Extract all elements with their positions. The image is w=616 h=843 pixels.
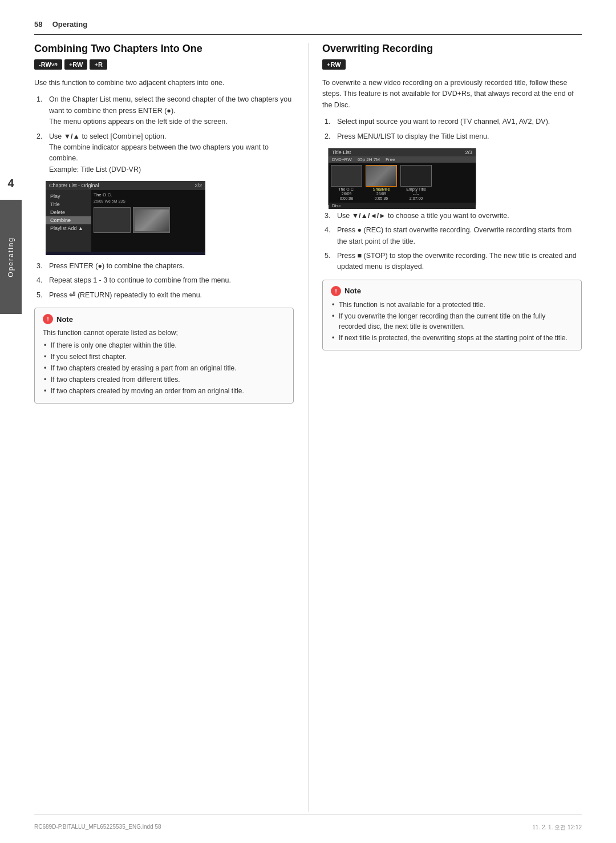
chapter-menu: Play Title Delete Combine Playlist Add ▲ [46,190,91,252]
bullet-4: If two chapters created from different t… [43,374,285,385]
right-step-4: 4. Press ● (REC) to start overwrite reco… [322,225,582,247]
right-bullet-2: If you overwrite the longer recording th… [331,311,573,332]
chapter-content: The O.C. 26/09 We 5M 23S [91,190,205,252]
right-badge-row: +RW [322,59,582,70]
right-column: Overwriting Recording +RW To overwrite a… [317,43,582,812]
chapter-thumb-inner [135,209,169,231]
left-note-bullets: If there is only one chapter within the … [43,340,285,396]
header-section: Operating [48,20,87,29]
left-steps-list: 1. On the Chapter List menu, select the … [34,94,294,175]
menu-item-playlist: Playlist Add ▲ [46,224,91,232]
left-step-2: 2. Use ▼/▲ to select [Combine] option.Th… [34,131,294,176]
right-note-body: This function is not available for a pro… [331,300,573,343]
bullet-5: If two chapters created by moving an ord… [43,386,285,396]
page-footer: RC689D-P.BITALLU_MFL65225535_ENG.indd 58… [34,824,582,832]
right-note-bullets: This function is not available for a pro… [331,300,573,343]
bullet-2: If you select first chapter. [43,352,285,362]
title-thumb-2 [366,165,397,187]
left-note-body: This function cannot operate listed as b… [43,328,285,396]
chapter-list-header: Chapter List - Original 2/2 [46,181,205,190]
right-note-box: ! Note This function is not available fo… [322,280,582,350]
left-column: Combining Two Chapters Into One -RWVR +R… [34,43,299,812]
bullet-3: If two chapters created by erasing a par… [43,363,285,373]
footer-left: RC689D-P.BITALLU_MFL65225535_ENG.indd 58 [34,824,161,832]
title-item-2: Smallville 26/09 0:05:36 [366,165,397,200]
badge-r: +R [90,59,107,70]
top-border [34,34,582,35]
left-intro: Use this function to combine two adjacen… [34,78,294,88]
title-list-image: Title List 2/3 DVD+RW 65p 2H 7M Free The… [328,148,476,205]
side-tab: Operating [0,200,22,314]
title-time-1: 0:00:08 [340,196,353,200]
left-section-title: Combining Two Chapters Into One [34,43,294,55]
title-list-footer: Disc [329,203,476,209]
left-note-box: ! Note This function cannot operate list… [34,308,294,404]
left-step-1: 1. On the Chapter List menu, select the … [34,94,294,127]
title-item-1: The O.C. 26/09 0:00:08 [331,165,362,200]
title-time-2: 0:05:36 [375,196,388,200]
right-intro: To overwrite a new video recording on a … [322,78,582,111]
right-note-header: ! Note [331,286,573,296]
right-step-3: 3. Use ▼/▲/◄/► to choose a title you wan… [322,211,582,221]
page-header: 58 Operating [34,20,582,29]
title-list-sub: DVD+RW 65p 2H 7M Free [329,156,476,163]
badge-rw: +RW [64,59,88,70]
footer-right: 11. 2. 1. 오전 12:12 [532,824,582,832]
left-step-4: 4. Repeat steps 1 - 3 to continue to com… [34,275,294,286]
title-info-2: Smallville [373,187,390,191]
title-date-2: 26/09 [376,192,387,196]
title-time-3: 2:07:00 [410,196,423,200]
right-steps-list: 1. Select input source you want to recor… [322,116,582,142]
title-info-1: The O.C. [338,187,354,191]
title-date-3: --/-- [413,192,419,196]
chapter-thumb-1 [94,207,131,233]
menu-item-play: Play [46,192,91,200]
left-step-5: 5. Press ⏎ (RETURN) repeatedly to exit t… [34,290,294,301]
note-icon-right: ! [331,286,341,296]
right-steps-list-2: 3. Use ▼/▲/◄/► to choose a title you wan… [322,211,582,273]
right-bullet-3: If next title is protected, the overwrit… [331,333,573,343]
right-step-2: 2. Press MENU/LIST to display the Title … [322,131,582,142]
bottom-border [34,814,582,814]
title-thumb-img-2 [366,166,396,186]
chapter-date: 26/09 We 5M 23S [94,199,203,203]
right-bullet-1: This function is not available for a pro… [331,300,573,310]
title-list-items: The O.C. 26/09 0:00:08 Smallville 26/09 … [329,163,476,203]
page-container: 4 Operating 58 Operating Combining Two C… [0,0,616,843]
left-note-header: ! Note [43,314,285,324]
bullet-1: If there is only one chapter within the … [43,340,285,350]
side-tab-label: Operating [7,237,15,277]
right-step-1: 1. Select input source you want to recor… [322,116,582,127]
title-list-header: Title List 2/3 [329,148,476,156]
title-thumb-3 [400,165,432,187]
badge-rwvr: -RWVR [34,59,62,70]
right-step-5: 5. Press ■ (STOP) to stop the overwrite … [322,251,582,273]
left-steps-list-2: 3. Press ENTER (●) to combine the chapte… [34,261,294,301]
note-icon-left: ! [43,314,53,324]
menu-item-delete: Delete [46,208,91,216]
title-item-3: Empty Title --/-- 2:07:00 [400,165,432,200]
chapter-title: The O.C. [94,192,203,197]
chapter-thumb-2 [133,207,170,233]
chapter-list-body: Play Title Delete Combine Playlist Add ▲… [46,190,205,252]
page-number: 58 [34,20,42,29]
menu-item-title: Title [46,200,91,208]
menu-item-combine: Combine [46,216,91,224]
title-date-1: 26/09 [342,192,352,196]
left-step-3: 3. Press ENTER (●) to combine the chapte… [34,261,294,272]
chapter-list-image: Chapter List - Original 2/2 Play Title D… [46,181,205,255]
badge-rw2: +RW [322,59,346,70]
left-badge-row: -RWVR +RW +R [34,59,294,70]
title-thumb-1 [331,165,362,187]
title-info-3: Empty Title [406,187,426,191]
content-area: Combining Two Chapters Into One -RWVR +R… [34,43,582,812]
side-tab-number: 4 [0,177,22,190]
right-section-title: Overwriting Recording [322,43,582,55]
